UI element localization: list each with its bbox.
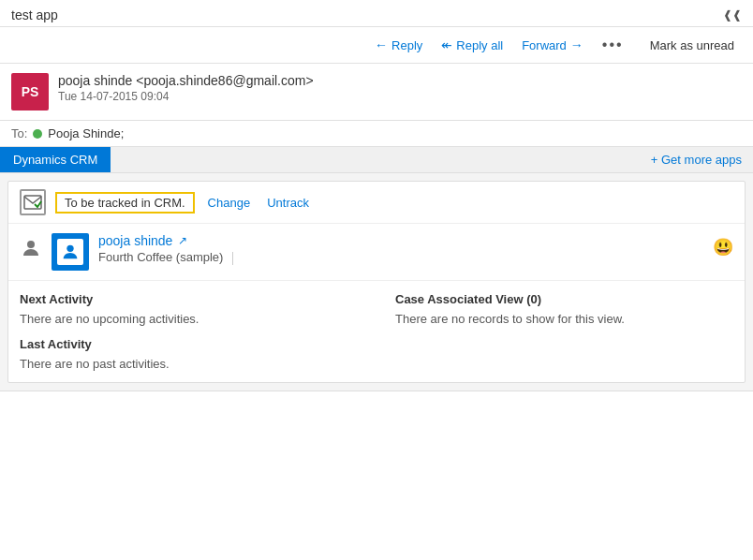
crm-content: To be tracked in CRM. Change Untrack bbox=[7, 181, 746, 383]
reply-all-button[interactable]: ↞ Reply all bbox=[434, 34, 510, 56]
next-activity-text: There are no upcoming activities. bbox=[20, 312, 358, 326]
svg-rect-0 bbox=[24, 196, 41, 209]
get-more-apps-button[interactable]: + Get more apps bbox=[640, 147, 753, 172]
to-label: To: bbox=[11, 126, 27, 140]
action-bar: ← Reply ↞ Reply all Forward → ••• Mark a… bbox=[0, 27, 753, 64]
collapse-icon[interactable]: ❰❰ bbox=[723, 8, 742, 22]
sender-info: pooja shinde <pooja.shinde86@gmail.com> … bbox=[58, 73, 742, 103]
sender-name: pooja shinde <pooja.shinde86@gmail.com> bbox=[58, 73, 742, 88]
track-icon bbox=[20, 189, 46, 215]
last-activity-title: Last Activity bbox=[20, 337, 733, 351]
avatar: PS bbox=[11, 73, 49, 111]
smiley-icon: 😃 bbox=[713, 237, 733, 258]
last-activity-text: There are no past activities. bbox=[20, 357, 733, 371]
external-link-icon: ↗ bbox=[178, 234, 187, 247]
crm-panel: Dynamics CRM + Get more apps To be track… bbox=[0, 147, 753, 391]
reply-all-arrow-icon: ↞ bbox=[441, 37, 452, 52]
tracking-bar: To be tracked in CRM. Change Untrack bbox=[8, 182, 745, 224]
next-activity-title: Next Activity bbox=[20, 292, 358, 306]
case-view-col: Case Associated View (0) There are no re… bbox=[395, 292, 733, 326]
reply-button[interactable]: ← Reply bbox=[367, 34, 430, 56]
untrack-button[interactable]: Untrack bbox=[263, 196, 313, 210]
email-header: PS pooja shinde <pooja.shinde86@gmail.co… bbox=[0, 64, 753, 121]
next-activity-col: Next Activity There are no upcoming acti… bbox=[20, 292, 358, 326]
contact-name[interactable]: pooja shinde bbox=[98, 233, 172, 248]
crm-tab-bar: Dynamics CRM + Get more apps bbox=[0, 147, 753, 173]
forward-arrow-icon: → bbox=[570, 37, 583, 52]
to-line: To: Pooja Shinde; bbox=[0, 121, 753, 147]
top-bar: test app ❰❰ bbox=[0, 0, 753, 27]
contact-row: pooja shinde ↗ Fourth Coffee (sample) 😃 bbox=[8, 224, 745, 281]
sender-date: Tue 14-07-2015 09:04 bbox=[58, 90, 742, 103]
case-view-title: Case Associated View (0) bbox=[395, 292, 733, 306]
divider bbox=[232, 252, 233, 265]
svg-point-1 bbox=[27, 241, 35, 248]
person-icon bbox=[20, 237, 42, 265]
crm-tab[interactable]: Dynamics CRM bbox=[0, 147, 111, 172]
recipient-name: Pooja Shinde; bbox=[48, 126, 124, 140]
contact-company: Fourth Coffee (sample) bbox=[98, 250, 703, 265]
app-title: test app bbox=[11, 7, 58, 22]
case-view-text: There are no records to show for this vi… bbox=[395, 312, 733, 326]
last-activity-section: Last Activity There are no past activiti… bbox=[8, 337, 745, 382]
recipient-status-dot bbox=[33, 129, 42, 139]
tracking-text: To be tracked in CRM. bbox=[55, 192, 195, 214]
contact-avatar bbox=[52, 233, 89, 271]
more-options-button[interactable]: ••• bbox=[595, 33, 631, 57]
reply-arrow-icon: ← bbox=[375, 37, 388, 52]
mark-unread-button[interactable]: Mark as unread bbox=[642, 35, 742, 56]
activities-section: Next Activity There are no upcoming acti… bbox=[8, 281, 745, 337]
change-button[interactable]: Change bbox=[204, 196, 255, 210]
contact-details: pooja shinde ↗ Fourth Coffee (sample) bbox=[98, 233, 703, 265]
forward-button[interactable]: Forward → bbox=[514, 34, 591, 56]
svg-point-2 bbox=[66, 245, 73, 252]
